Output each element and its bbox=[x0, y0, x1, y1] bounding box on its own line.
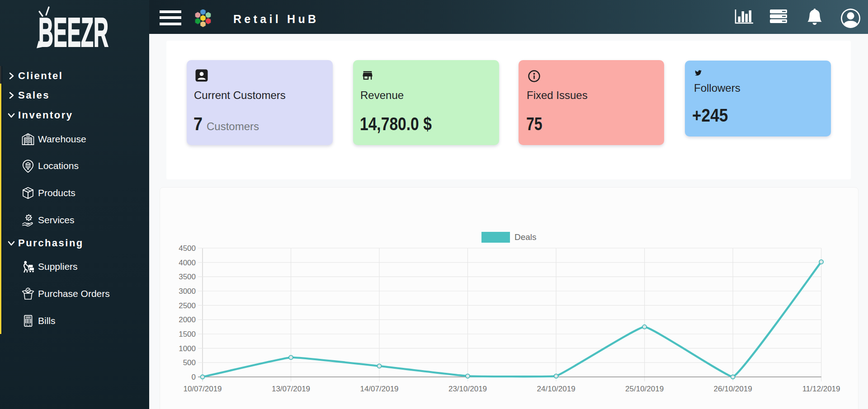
svg-text:3500: 3500 bbox=[179, 273, 196, 281]
svg-text:24/10/2019: 24/10/2019 bbox=[537, 385, 576, 393]
svg-text:4500: 4500 bbox=[179, 244, 196, 253]
svg-text:14/07/2019: 14/07/2019 bbox=[360, 385, 398, 393]
svg-text:1500: 1500 bbox=[179, 330, 196, 338]
svg-text:10/07/2019: 10/07/2019 bbox=[183, 385, 222, 393]
svg-text:26/10/2019: 26/10/2019 bbox=[714, 385, 752, 393]
svg-text:BEEZR: BEEZR bbox=[38, 10, 108, 50]
svg-text:23/10/2019: 23/10/2019 bbox=[448, 385, 487, 393]
svg-text:0: 0 bbox=[192, 373, 196, 381]
svg-text:2500: 2500 bbox=[179, 301, 196, 310]
svg-text:500: 500 bbox=[183, 358, 196, 367]
svg-text:2000: 2000 bbox=[179, 315, 196, 324]
svg-text:13/07/2019: 13/07/2019 bbox=[272, 385, 310, 393]
svg-text:25/10/2019: 25/10/2019 bbox=[625, 385, 664, 393]
svg-text:4000: 4000 bbox=[179, 259, 196, 267]
svg-text:1000: 1000 bbox=[179, 344, 196, 353]
svg-text:3000: 3000 bbox=[179, 287, 196, 296]
svg-text:Deals: Deals bbox=[514, 232, 537, 242]
svg-text:11/12/2019: 11/12/2019 bbox=[802, 385, 840, 393]
svg-text:INVOICE: INVOICE bbox=[26, 316, 31, 318]
